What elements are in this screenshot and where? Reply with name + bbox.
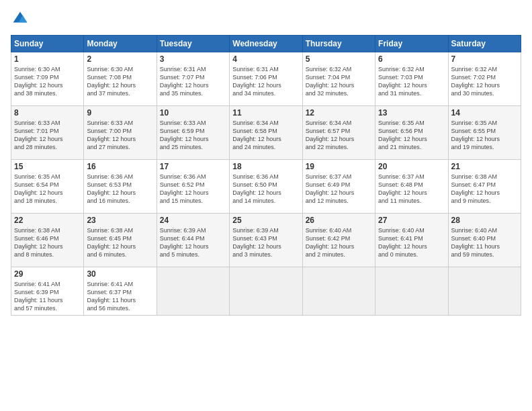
day-number: 18 (232, 162, 299, 171)
day-number: 15 (14, 162, 81, 171)
cell-info: Sunrise: 6:33 AM Sunset: 7:00 PM Dayligh… (87, 119, 153, 152)
calendar-cell: 13Sunrise: 6:35 AM Sunset: 6:56 PM Dayli… (375, 106, 448, 160)
calendar-cell (302, 267, 375, 316)
day-number: 30 (87, 269, 153, 279)
day-number: 28 (451, 216, 518, 225)
day-number: 10 (160, 108, 226, 118)
day-number: 22 (14, 216, 81, 225)
calendar-cell: 19Sunrise: 6:37 AM Sunset: 6:49 PM Dayli… (302, 160, 375, 214)
calendar-cell: 8Sunrise: 6:33 AM Sunset: 7:01 PM Daylig… (11, 106, 84, 160)
calendar-page: SundayMondayTuesdayWednesdayThursdayFrid… (0, 0, 532, 411)
calendar-cell: 26Sunrise: 6:40 AM Sunset: 6:42 PM Dayli… (302, 214, 375, 267)
logo-icon (12, 11, 28, 27)
cell-info: Sunrise: 6:37 AM Sunset: 6:48 PM Dayligh… (378, 173, 445, 205)
day-number: 8 (14, 108, 81, 118)
cell-info: Sunrise: 6:41 AM Sunset: 6:39 PM Dayligh… (14, 280, 81, 313)
calendar-cell: 17Sunrise: 6:36 AM Sunset: 6:52 PM Dayli… (157, 160, 229, 214)
day-number: 12 (306, 108, 372, 118)
calendar-cell: 1Sunrise: 6:30 AM Sunset: 7:09 PM Daylig… (11, 52, 84, 106)
cell-info: Sunrise: 6:38 AM Sunset: 6:45 PM Dayligh… (87, 226, 153, 259)
day-number: 1 (14, 54, 81, 64)
calendar-cell: 10Sunrise: 6:33 AM Sunset: 6:59 PM Dayli… (157, 106, 229, 160)
calendar-week-row: 29Sunrise: 6:41 AM Sunset: 6:39 PM Dayli… (11, 267, 521, 316)
day-number: 23 (87, 216, 153, 225)
day-number: 21 (451, 162, 518, 171)
day-number: 27 (378, 216, 445, 225)
calendar-cell: 25Sunrise: 6:39 AM Sunset: 6:43 PM Dayli… (230, 214, 302, 267)
day-number: 29 (14, 269, 81, 279)
calendar-cell: 20Sunrise: 6:37 AM Sunset: 6:48 PM Dayli… (375, 160, 448, 214)
calendar-cell: 22Sunrise: 6:38 AM Sunset: 6:46 PM Dayli… (11, 214, 84, 267)
weekday-header-thursday: Thursday (302, 36, 375, 52)
calendar-cell: 5Sunrise: 6:32 AM Sunset: 7:04 PM Daylig… (302, 52, 375, 106)
day-number: 6 (378, 54, 445, 64)
cell-info: Sunrise: 6:40 AM Sunset: 6:40 PM Dayligh… (451, 226, 518, 259)
cell-info: Sunrise: 6:35 AM Sunset: 6:54 PM Dayligh… (14, 173, 81, 205)
day-number: 7 (451, 54, 518, 64)
cell-info: Sunrise: 6:37 AM Sunset: 6:49 PM Dayligh… (306, 173, 372, 205)
weekday-header-friday: Friday (375, 36, 448, 52)
cell-info: Sunrise: 6:33 AM Sunset: 7:01 PM Dayligh… (14, 119, 81, 152)
day-number: 19 (306, 162, 372, 171)
day-number: 14 (451, 108, 518, 118)
calendar-cell: 23Sunrise: 6:38 AM Sunset: 6:45 PM Dayli… (84, 214, 157, 267)
weekday-header-tuesday: Tuesday (157, 36, 229, 52)
cell-info: Sunrise: 6:34 AM Sunset: 6:57 PM Dayligh… (306, 119, 372, 152)
day-number: 24 (160, 216, 226, 225)
cell-info: Sunrise: 6:36 AM Sunset: 6:53 PM Dayligh… (87, 173, 153, 205)
calendar-cell: 9Sunrise: 6:33 AM Sunset: 7:00 PM Daylig… (84, 106, 157, 160)
cell-info: Sunrise: 6:32 AM Sunset: 7:02 PM Dayligh… (451, 65, 518, 98)
calendar-header-row: SundayMondayTuesdayWednesdayThursdayFrid… (11, 36, 521, 52)
cell-info: Sunrise: 6:38 AM Sunset: 6:46 PM Dayligh… (14, 226, 81, 259)
calendar-cell: 29Sunrise: 6:41 AM Sunset: 6:39 PM Dayli… (11, 267, 84, 316)
calendar-week-row: 8Sunrise: 6:33 AM Sunset: 7:01 PM Daylig… (11, 106, 521, 160)
calendar-cell: 6Sunrise: 6:32 AM Sunset: 7:03 PM Daylig… (375, 52, 448, 106)
calendar-week-row: 1Sunrise: 6:30 AM Sunset: 7:09 PM Daylig… (11, 52, 521, 106)
cell-info: Sunrise: 6:35 AM Sunset: 6:56 PM Dayligh… (378, 119, 445, 152)
calendar-cell: 30Sunrise: 6:41 AM Sunset: 6:37 PM Dayli… (84, 267, 157, 316)
cell-info: Sunrise: 6:31 AM Sunset: 7:07 PM Dayligh… (160, 65, 226, 98)
cell-info: Sunrise: 6:39 AM Sunset: 6:44 PM Dayligh… (160, 226, 226, 259)
calendar-cell: 3Sunrise: 6:31 AM Sunset: 7:07 PM Daylig… (157, 52, 229, 106)
weekday-header-sunday: Sunday (11, 36, 84, 52)
day-number: 3 (160, 54, 226, 64)
cell-info: Sunrise: 6:33 AM Sunset: 6:59 PM Dayligh… (160, 119, 226, 152)
calendar-cell: 14Sunrise: 6:35 AM Sunset: 6:55 PM Dayli… (448, 106, 521, 160)
cell-info: Sunrise: 6:41 AM Sunset: 6:37 PM Dayligh… (87, 280, 153, 313)
calendar-cell: 2Sunrise: 6:30 AM Sunset: 7:08 PM Daylig… (84, 52, 157, 106)
cell-info: Sunrise: 6:38 AM Sunset: 6:47 PM Dayligh… (451, 173, 518, 205)
calendar-cell (157, 267, 229, 316)
day-number: 2 (87, 54, 153, 64)
cell-info: Sunrise: 6:36 AM Sunset: 6:52 PM Dayligh… (160, 173, 226, 205)
calendar-cell: 15Sunrise: 6:35 AM Sunset: 6:54 PM Dayli… (11, 160, 84, 214)
calendar-cell: 11Sunrise: 6:34 AM Sunset: 6:58 PM Dayli… (230, 106, 302, 160)
cell-info: Sunrise: 6:35 AM Sunset: 6:55 PM Dayligh… (451, 119, 518, 152)
calendar-week-row: 22Sunrise: 6:38 AM Sunset: 6:46 PM Dayli… (11, 214, 521, 267)
cell-info: Sunrise: 6:32 AM Sunset: 7:03 PM Dayligh… (378, 65, 445, 98)
calendar-cell: 18Sunrise: 6:36 AM Sunset: 6:50 PM Dayli… (230, 160, 302, 214)
calendar-cell: 21Sunrise: 6:38 AM Sunset: 6:47 PM Dayli… (448, 160, 521, 214)
calendar-cell: 24Sunrise: 6:39 AM Sunset: 6:44 PM Dayli… (157, 214, 229, 267)
cell-info: Sunrise: 6:30 AM Sunset: 7:08 PM Dayligh… (87, 65, 153, 98)
weekday-header-wednesday: Wednesday (230, 36, 302, 52)
cell-info: Sunrise: 6:40 AM Sunset: 6:42 PM Dayligh… (306, 226, 372, 259)
weekday-header-monday: Monday (84, 36, 157, 52)
calendar-cell (230, 267, 302, 316)
calendar-cell: 28Sunrise: 6:40 AM Sunset: 6:40 PM Dayli… (448, 214, 521, 267)
day-number: 9 (87, 108, 153, 118)
cell-info: Sunrise: 6:36 AM Sunset: 6:50 PM Dayligh… (232, 173, 299, 205)
day-number: 11 (232, 108, 299, 118)
calendar-cell (448, 267, 521, 316)
calendar-cell (375, 267, 448, 316)
cell-info: Sunrise: 6:34 AM Sunset: 6:58 PM Dayligh… (232, 119, 299, 152)
cell-info: Sunrise: 6:40 AM Sunset: 6:41 PM Dayligh… (378, 226, 445, 259)
day-number: 17 (160, 162, 226, 171)
cell-info: Sunrise: 6:30 AM Sunset: 7:09 PM Dayligh… (14, 65, 81, 98)
calendar-week-row: 15Sunrise: 6:35 AM Sunset: 6:54 PM Dayli… (11, 160, 521, 214)
calendar-cell: 7Sunrise: 6:32 AM Sunset: 7:02 PM Daylig… (448, 52, 521, 106)
page-header (11, 11, 521, 30)
calendar-cell: 12Sunrise: 6:34 AM Sunset: 6:57 PM Dayli… (302, 106, 375, 160)
cell-info: Sunrise: 6:32 AM Sunset: 7:04 PM Dayligh… (306, 65, 372, 98)
day-number: 5 (306, 54, 372, 64)
cell-info: Sunrise: 6:31 AM Sunset: 7:06 PM Dayligh… (232, 65, 299, 98)
